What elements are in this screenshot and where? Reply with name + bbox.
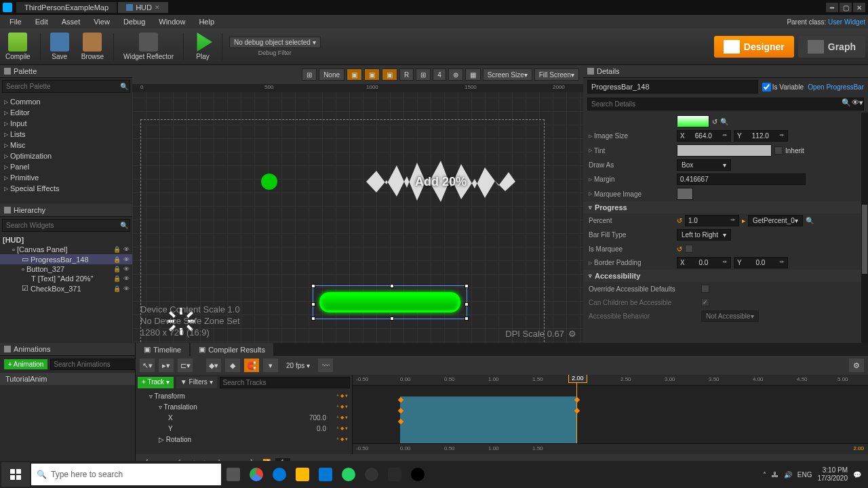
hierarchy-checkbox[interactable]: ☑ CheckBox_371🔒👁	[0, 283, 132, 293]
lock-icon[interactable]: 🔒	[113, 256, 121, 263]
border-x-input[interactable]: X 0.0◂▸	[677, 257, 731, 268]
language-icon[interactable]: ENG	[797, 471, 812, 479]
fps-select[interactable]: 20 fps ▾	[282, 361, 314, 371]
debug-object-select[interactable]: No debug object selected ▾	[229, 37, 321, 48]
button-widget[interactable]: Add 20%	[366, 157, 515, 206]
details-search-input[interactable]	[588, 98, 842, 110]
vp-fill-screen-select[interactable]: Fill Screen ▾	[534, 68, 579, 81]
tl-key2-button[interactable]: ◆	[225, 359, 240, 372]
whatsapp-icon[interactable]	[338, 464, 359, 485]
progress-section[interactable]: Progress	[583, 201, 861, 214]
hierarchy-progressbar[interactable]: ▭ ProgressBar_148🔒👁	[0, 254, 132, 264]
track-x[interactable]: X700.0+ ◆ ▾	[136, 412, 352, 423]
menu-edit[interactable]: Edit	[28, 16, 55, 27]
accessibility-section[interactable]: Accessibility	[583, 270, 861, 282]
view-options-icon[interactable]: 👁▾	[851, 98, 863, 110]
vp-r-button[interactable]: R	[399, 68, 414, 81]
vp-layout1-button[interactable]: ▣	[347, 68, 362, 81]
notifications-icon[interactable]: 💬	[853, 471, 861, 479]
browse-icon[interactable]: 🔍	[720, 118, 728, 125]
tl-key-button[interactable]: ◆▾	[206, 359, 221, 372]
image-size-x-input[interactable]: X 664.0◂▸	[677, 130, 731, 142]
track-y[interactable]: Y0.0+ ◆ ▾	[136, 423, 352, 434]
compile-button[interactable]: Compile	[3, 31, 33, 62]
task-view-button[interactable]	[222, 464, 244, 485]
tl-snap-dd[interactable]: ▾	[263, 359, 278, 372]
add-animation-button[interactable]: + Animation	[4, 359, 47, 369]
vp-loc-button[interactable]: ⊕	[448, 68, 463, 81]
progressbar-widget[interactable]	[319, 292, 460, 312]
palette-special-effects[interactable]: Special Effects	[0, 183, 132, 194]
menu-file[interactable]: File	[3, 16, 28, 27]
explorer-icon[interactable]	[292, 464, 313, 485]
track-transform[interactable]: ▿ Transform+ ◆ ▾	[136, 390, 352, 401]
eye-icon[interactable]: 👁	[123, 256, 130, 263]
percent-input[interactable]: 1.0◂▸	[685, 215, 739, 226]
vp-grid-value[interactable]: 4	[433, 68, 446, 81]
lock-icon[interactable]: 🔒	[113, 275, 121, 282]
image-swatch[interactable]	[677, 115, 709, 127]
vp-outline-button[interactable]: ▦	[465, 68, 481, 81]
animation-region[interactable]	[400, 396, 576, 445]
close-icon[interactable]: ✕	[155, 4, 160, 11]
eye-icon[interactable]: 👁	[123, 285, 130, 292]
open-progressbar-link[interactable]: Open ProgressBar	[808, 83, 864, 91]
track-translation[interactable]: ▿ Translation+ ◆ ▾	[136, 401, 352, 412]
save-button[interactable]: Save	[47, 31, 72, 62]
inherit-checkbox[interactable]	[774, 146, 783, 155]
hierarchy-canvas-panel[interactable]: ▫ [Canvas Panel]🔒👁	[0, 245, 132, 254]
lock-icon[interactable]: 🔒	[113, 266, 121, 272]
obs-icon[interactable]	[361, 464, 382, 485]
percent-bind-select[interactable]: GetPercent_0▾	[748, 215, 803, 226]
palette-lists[interactable]: Lists	[0, 129, 132, 140]
animation-item[interactable]: TutorialAnim	[0, 373, 135, 385]
add-track-button[interactable]: + Track ▾	[138, 377, 174, 388]
epic-icon[interactable]	[384, 464, 406, 485]
palette-primitive[interactable]: Primitive	[0, 172, 132, 183]
palette-misc[interactable]: Misc	[0, 140, 132, 150]
play-button[interactable]: Play	[191, 31, 215, 62]
draw-as-select[interactable]: Box▾	[677, 159, 731, 171]
palette-common[interactable]: Common	[0, 96, 132, 107]
tl-snap-button[interactable]: 🧲	[244, 359, 259, 372]
vp-snap-button[interactable]: ⊞	[416, 68, 431, 81]
minimize-button[interactable]: ━	[826, 3, 838, 12]
designer-viewport[interactable]: ⊞ None ▣ ▣ ▣ R ⊞ 4 ⊕ ▦ Screen Size ▾ Fil…	[132, 65, 583, 343]
reset-icon[interactable]: ↺	[712, 118, 717, 125]
clock[interactable]: 3:10 PM 17/3/2020	[818, 466, 848, 483]
object-name-input[interactable]	[587, 80, 758, 94]
tray-expand-icon[interactable]: ˄	[763, 471, 766, 479]
tint-color-input[interactable]	[677, 144, 772, 157]
palette-search[interactable]: 🔍	[2, 80, 130, 93]
chrome-icon[interactable]	[245, 464, 267, 485]
timeline-ruler-bottom[interactable]: -0.50 0.00 0.50 1.00 1.50 2.00	[353, 443, 868, 454]
widget-reflector-button[interactable]: Widget Reflector	[121, 31, 176, 62]
menu-window[interactable]: Window	[152, 16, 192, 27]
network-icon[interactable]: 🖧	[772, 471, 778, 479]
vp-none-button[interactable]: None	[319, 68, 344, 81]
is-marquee-checkbox[interactable]	[685, 245, 693, 253]
binding-icon[interactable]: 🔍	[806, 217, 814, 224]
menu-asset[interactable]: Asset	[55, 16, 87, 27]
eye-icon[interactable]: 👁	[123, 246, 130, 253]
eye-icon[interactable]: 👁	[123, 275, 130, 282]
gear-icon[interactable]: ⚙	[568, 329, 576, 339]
palette-editor[interactable]: Editor	[0, 107, 132, 118]
tab-map[interactable]: ThirdPersonExampleMap	[16, 2, 117, 13]
canvas[interactable]: 0 500 1000 1500 2000 Add 20%	[132, 84, 583, 343]
hierarchy-search[interactable]: 🔍	[2, 219, 130, 232]
details-search[interactable]: 🔍 👁▾	[587, 98, 864, 110]
palette-optimization[interactable]: Optimization	[0, 150, 132, 161]
tl-bracket-button[interactable]: ⊏▾	[178, 359, 193, 372]
track-search-input[interactable]	[220, 377, 350, 388]
close-button[interactable]: ✕	[853, 3, 865, 12]
override-checkbox[interactable]	[701, 285, 709, 293]
store-icon[interactable]	[315, 464, 336, 485]
taskbar-search[interactable]: 🔍Type here to search	[31, 464, 221, 485]
filters-button[interactable]: ▼ Filters ▾	[176, 377, 217, 388]
tab-hud[interactable]: HUD ✕	[118, 2, 168, 13]
timeline-graph[interactable]: 2.00 -0.50 0.00 0.50 1.00 1.50 2.00 2.50…	[353, 375, 868, 454]
animation-search-input[interactable]	[50, 359, 143, 370]
checkbox-widget[interactable]	[261, 174, 277, 190]
reset-icon[interactable]: ↺	[677, 217, 682, 224]
